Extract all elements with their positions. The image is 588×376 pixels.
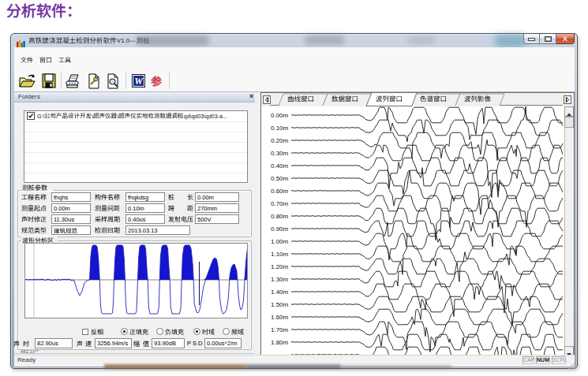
svg-text:0.70m: 0.70m xyxy=(271,200,289,207)
svg-text:1.10m: 1.10m xyxy=(271,251,289,258)
svg-text:0.80m: 0.80m xyxy=(271,213,289,220)
svg-text:0.30m: 0.30m xyxy=(271,150,289,157)
svg-text:0.40m: 0.40m xyxy=(271,162,289,169)
svg-text:1.50m: 1.50m xyxy=(271,301,289,308)
svg-text:1.20m: 1.20m xyxy=(271,263,289,270)
svg-text:1.40m: 1.40m xyxy=(271,289,289,296)
svg-text:0.50m: 0.50m xyxy=(271,175,289,182)
svg-text:1.60m: 1.60m xyxy=(271,314,289,321)
svg-text:0.20m: 0.20m xyxy=(271,137,289,144)
svg-text:1.80m: 1.80m xyxy=(271,339,289,346)
svg-text:0.90m: 0.90m xyxy=(271,225,289,233)
svg-text:0.00m: 0.00m xyxy=(271,112,289,119)
svg-text:1.30m: 1.30m xyxy=(271,276,289,283)
svg-text:1.00m: 1.00m xyxy=(271,238,289,245)
svg-text:1.70m: 1.70m xyxy=(271,326,289,333)
svg-text:0.60m: 0.60m xyxy=(271,188,289,195)
svg-text:0.10m: 0.10m xyxy=(271,125,289,132)
